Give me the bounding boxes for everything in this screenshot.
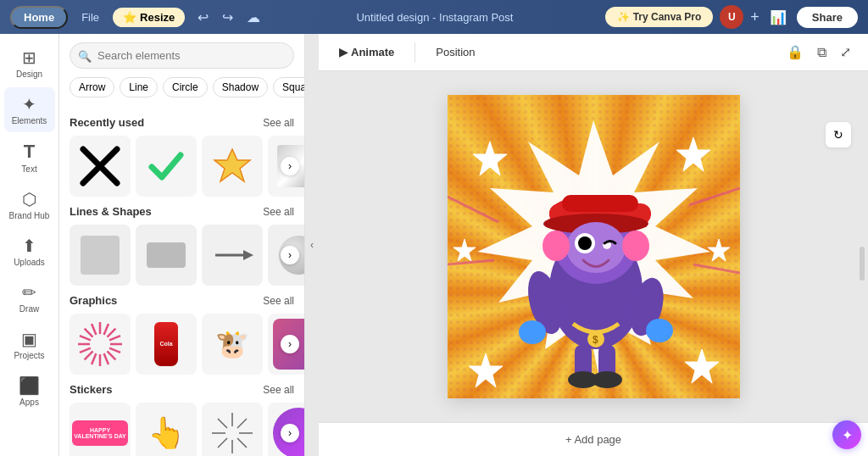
- shape-item-square[interactable]: [70, 225, 131, 286]
- graphic-item-bull[interactable]: 🐮: [202, 314, 263, 375]
- sidebar-item-uploads[interactable]: ⬆ Uploads: [4, 229, 55, 274]
- topbar-right: ✨ Try Canva Pro U + 📊 Share: [605, 5, 858, 29]
- svg-line-26: [237, 438, 247, 448]
- text-icon: T: [24, 141, 35, 163]
- sidebar-item-text[interactable]: T Text: [4, 134, 55, 181]
- add-member-button[interactable]: +: [750, 8, 760, 26]
- animate-icon: ▶: [339, 46, 348, 58]
- canvas-area: ▶ Animate Position 🔒 ⧉ ⤢ ↻: [319, 34, 868, 456]
- try-canva-emoji: ✨: [617, 11, 630, 23]
- filter-tag-arrow[interactable]: Arrow: [70, 77, 114, 97]
- projects-icon: ▣: [21, 329, 37, 349]
- recently-used-see-all[interactable]: See all: [263, 117, 294, 129]
- stickers-grid: HAPPY VALENTINE'S DAY 👆: [70, 403, 294, 456]
- svg-line-15: [85, 351, 93, 359]
- sticker-item-valentine[interactable]: HAPPY VALENTINE'S DAY: [70, 403, 131, 456]
- filter-tag-shadow[interactable]: Shadow: [213, 77, 268, 97]
- recent-item-star[interactable]: [202, 136, 263, 197]
- recent-item-check[interactable]: [136, 136, 197, 197]
- svg-line-12: [104, 353, 108, 364]
- graphics-see-all[interactable]: See all: [263, 295, 294, 307]
- svg-point-46: [578, 236, 592, 250]
- stickers-title: Stickers: [70, 383, 113, 396]
- toolbar-divider: [415, 42, 415, 63]
- svg-line-8: [109, 336, 120, 340]
- toolbar-right: 🔒 ⧉ ⤢: [783, 41, 854, 64]
- sidebar-item-elements[interactable]: ✦ Elements: [4, 87, 55, 132]
- main-area: ⊞ Design ✦ Elements T Text ⬡ Brand Hub ⬆…: [0, 34, 868, 456]
- try-canva-button[interactable]: ✨ Try Canva Pro: [605, 7, 714, 27]
- canvas-body[interactable]: ↻: [319, 71, 868, 422]
- sidebar-item-brand-hub[interactable]: ⬡ Brand Hub: [4, 182, 55, 227]
- sticker-item-sparkle[interactable]: [202, 403, 263, 456]
- cloud-button[interactable]: ☁: [242, 8, 264, 27]
- search-bar: 🔍: [59, 34, 304, 74]
- svg-point-59: [592, 371, 622, 388]
- duplicate-button[interactable]: ⧉: [814, 41, 830, 64]
- lines-shapes-title: Lines & Shapes: [70, 205, 152, 218]
- canvas-content: $: [448, 95, 740, 398]
- home-tab[interactable]: Home: [10, 6, 68, 29]
- shapes-more[interactable]: ›: [281, 246, 299, 264]
- canvas-toolbar: ▶ Animate Position 🔒 ⧉ ⤢: [319, 34, 868, 71]
- shape-item-line-arrow[interactable]: [202, 225, 263, 286]
- svg-text:$: $: [593, 334, 598, 346]
- analytics-button[interactable]: 📊: [766, 6, 790, 29]
- file-tab[interactable]: File: [73, 8, 108, 27]
- filter-tag-line[interactable]: Line: [120, 77, 158, 97]
- search-wrap: 🔍: [70, 42, 294, 69]
- canvas-refresh-button[interactable]: ↻: [826, 122, 851, 147]
- sparkle-button[interactable]: ✦: [832, 420, 861, 449]
- avatar[interactable]: U: [720, 5, 743, 29]
- panel-scroll[interactable]: Recently used See all: [59, 101, 304, 456]
- animate-button[interactable]: ▶ Animate: [332, 42, 401, 62]
- elements-icon: ✦: [22, 94, 36, 114]
- filter-tag-square[interactable]: Squa...: [273, 77, 304, 97]
- sidebar-item-apps[interactable]: ⬛ Apps: [4, 369, 55, 414]
- expand-button[interactable]: ⤢: [837, 41, 854, 64]
- svg-line-28: [218, 438, 227, 448]
- redo-button[interactable]: ↪: [218, 8, 237, 27]
- canvas-top-tools: ↻: [826, 122, 851, 147]
- brand-hub-icon: ⬡: [22, 189, 36, 209]
- graphics-more[interactable]: ›: [281, 335, 299, 353]
- filter-tag-circle[interactable]: Circle: [163, 77, 208, 97]
- stickers-more[interactable]: ›: [281, 424, 299, 442]
- lines-shapes-see-all[interactable]: See all: [263, 206, 294, 218]
- recent-item-x[interactable]: [70, 136, 131, 197]
- svg-line-6: [104, 324, 108, 335]
- topbar-left: Home File ⭐ Resize ↩ ↪ ☁: [10, 6, 264, 29]
- svg-line-19: [85, 329, 93, 337]
- svg-point-49: [622, 231, 649, 261]
- graphic-item-sunburst[interactable]: [70, 314, 131, 375]
- undo-button[interactable]: ↩: [193, 8, 213, 27]
- scroll-handle[interactable]: [860, 247, 865, 281]
- shape-item-rect[interactable]: [136, 225, 197, 286]
- add-page-bar[interactable]: + Add page: [319, 422, 868, 456]
- graphics-grid: Cola 🐮 ›: [70, 314, 294, 375]
- document-title: Untitled design - Instagram Post: [271, 11, 598, 24]
- hide-panel-button[interactable]: ‹: [305, 34, 319, 456]
- svg-point-55: [646, 319, 673, 342]
- recently-used-more[interactable]: ›: [281, 157, 299, 175]
- lock-button[interactable]: 🔒: [783, 41, 807, 64]
- svg-line-18: [80, 336, 91, 340]
- share-button[interactable]: Share: [797, 7, 858, 28]
- graphics-header: Graphics See all: [70, 294, 294, 307]
- sidebar-item-draw[interactable]: ✏ Draw: [4, 275, 55, 320]
- svg-line-7: [107, 329, 115, 337]
- shapes-grid: ›: [70, 225, 294, 286]
- sidebar-item-design[interactable]: ⊞ Design: [4, 41, 55, 86]
- undo-redo-icons: ↩ ↪ ☁: [193, 8, 264, 27]
- sticker-item-hand[interactable]: 👆: [136, 403, 197, 456]
- search-input[interactable]: [70, 42, 294, 69]
- position-button[interactable]: Position: [429, 42, 481, 62]
- svg-line-16: [80, 348, 91, 353]
- search-icon: 🔍: [78, 49, 92, 62]
- resize-button[interactable]: ⭐ Resize: [113, 8, 185, 27]
- recently-used-title: Recently used: [70, 116, 144, 129]
- sidebar-item-projects[interactable]: ▣ Projects: [4, 322, 55, 367]
- graphic-item-cola[interactable]: Cola: [136, 314, 197, 375]
- stickers-see-all[interactable]: See all: [263, 384, 294, 396]
- svg-line-10: [109, 348, 120, 353]
